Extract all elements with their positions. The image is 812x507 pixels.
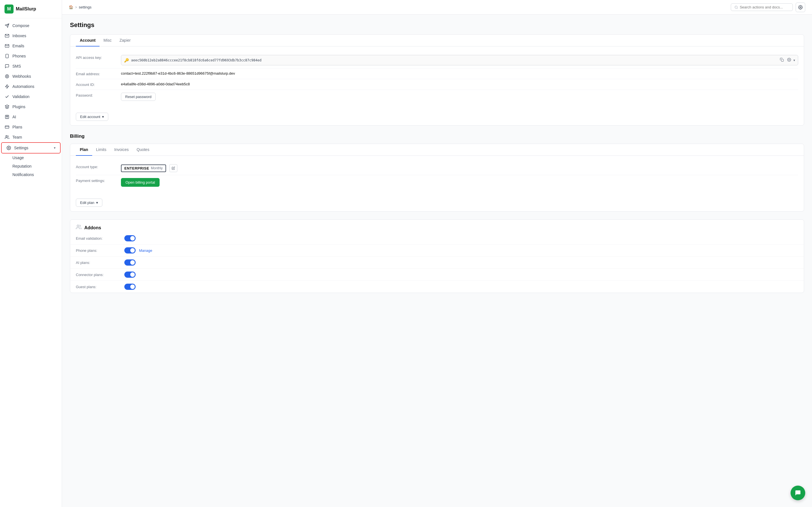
svg-rect-18 — [781, 59, 783, 61]
sidebar-item-webhooks-label: Webhooks — [12, 74, 31, 78]
tab-misc[interactable]: Misc — [100, 35, 116, 47]
sidebar-item-inboxes-label: Inboxes — [12, 34, 26, 38]
sidebar-nav: Compose Inboxes Emails Phones SMS — [0, 18, 62, 507]
sidebar-item-usage[interactable]: Usage — [12, 154, 62, 162]
sidebar-item-validation[interactable]: Validation — [0, 92, 62, 102]
pencil-icon — [172, 166, 175, 170]
addon-email-validation: Email validation: — [70, 232, 804, 244]
account-tabs: Account Misc Zapier — [70, 35, 804, 47]
svg-point-14 — [8, 147, 9, 149]
edit-plan-type-button[interactable] — [169, 164, 177, 172]
tab-invoices[interactable]: Invoices — [110, 144, 133, 156]
topbar-gear-button[interactable] — [796, 3, 805, 12]
search-bar[interactable] — [731, 3, 793, 11]
svg-point-6 — [5, 75, 9, 78]
sidebar-item-automations[interactable]: Automations — [0, 81, 62, 92]
chevron-down-icon: ▾ — [794, 58, 795, 62]
breadcrumb-current: settings — [79, 5, 92, 9]
ai-plans-toggle[interactable] — [124, 260, 136, 266]
sidebar-item-settings[interactable]: Settings ▾ — [1, 142, 61, 154]
sidebar-item-emails[interactable]: Emails — [0, 41, 62, 51]
tab-zapier[interactable]: Zapier — [116, 35, 135, 47]
sidebar-item-compose[interactable]: Compose — [0, 20, 62, 31]
phone-plans-toggle[interactable] — [124, 247, 136, 253]
addons-title: Addons — [84, 225, 101, 230]
search-icon — [734, 5, 738, 9]
automation-icon — [4, 84, 10, 89]
email-validation-toggle[interactable] — [124, 235, 136, 241]
settings-icon — [798, 5, 803, 10]
chat-icon — [795, 490, 801, 496]
email-icon — [4, 43, 10, 48]
payment-settings-label: Payment settings: — [76, 178, 121, 183]
svg-point-13 — [6, 135, 7, 137]
account-type-label: Account type: — [76, 164, 121, 169]
key-icon: 🔑 — [124, 58, 129, 62]
app-logo: M MailSlurp — [0, 0, 62, 18]
addon-ai-plans: AI plans: — [70, 257, 804, 269]
connector-plans-toggle[interactable] — [124, 272, 136, 278]
billing-tabs: Plan Limits Invoices Quotes — [70, 144, 804, 156]
api-key-value: aeec560b12eb2a8846cccee21f8cb818fdc6a6ce… — [131, 58, 776, 62]
search-input[interactable] — [740, 5, 789, 9]
sidebar-item-ai-label: AI — [12, 115, 16, 119]
sidebar-item-reputation[interactable]: Reputation — [12, 162, 62, 170]
password-label: Password: — [76, 93, 121, 98]
copy-api-key-button[interactable] — [779, 57, 785, 63]
api-key-wrapper: 🔑 aeec560b12eb2a8846cccee21f8cb818fdc6a6… — [121, 55, 798, 65]
reputation-label: Reputation — [12, 164, 32, 168]
account-type-value: ENTERPRISE Monthly — [121, 164, 798, 172]
guest-plans-toggle[interactable] — [124, 284, 136, 290]
chat-widget-button[interactable] — [791, 486, 805, 500]
email-label: Email address: — [76, 71, 121, 76]
payment-settings-value: Open billing portal — [121, 178, 798, 187]
edit-plan-button[interactable]: Edit plan ▾ — [76, 199, 102, 207]
open-billing-portal-button[interactable]: Open billing portal — [121, 178, 160, 187]
sidebar-item-inboxes[interactable]: Inboxes — [0, 31, 62, 41]
breadcrumb: 🏠 > settings — [69, 5, 91, 9]
sidebar-item-ai[interactable]: AI — [0, 112, 62, 122]
sidebar-item-plans-label: Plans — [12, 125, 22, 129]
tab-account[interactable]: Account — [76, 35, 100, 47]
phone-plans-manage-link[interactable]: Manage — [139, 248, 152, 252]
tab-quotes[interactable]: Quotes — [133, 144, 153, 156]
sidebar-item-phones[interactable]: Phones — [0, 51, 62, 61]
sidebar-item-plugins[interactable]: Plugins — [0, 102, 62, 112]
team-icon — [4, 135, 10, 140]
billing-card: Plan Limits Invoices Quotes Account type… — [70, 144, 804, 212]
billing-section-title: Billing — [70, 133, 804, 139]
billing-card-body: Account type: ENTERPRISE Monthly Payment… — [70, 156, 804, 195]
sidebar-item-emails-label: Emails — [12, 44, 24, 48]
svg-point-15 — [735, 6, 737, 8]
addon-guest-plans: Guest plans: — [70, 281, 804, 293]
gear-small-icon — [787, 58, 791, 62]
email-row: Email address: contact+test.222f9b87-e31… — [76, 68, 798, 79]
sidebar-item-sms[interactable]: SMS — [0, 61, 62, 71]
ai-plans-label: AI plans: — [76, 261, 121, 265]
sidebar-item-notifications[interactable]: Notifications — [12, 170, 62, 179]
sidebar-item-plans[interactable]: Plans — [0, 122, 62, 132]
edit-account-button[interactable]: Edit account ▾ — [76, 113, 108, 121]
sidebar-item-webhooks[interactable]: Webhooks — [0, 71, 62, 81]
app-name: MailSlurp — [16, 6, 36, 11]
reset-password-button[interactable]: Reset password — [121, 93, 156, 101]
email-validation-label: Email validation: — [76, 236, 121, 240]
api-key-label: API access key: — [76, 55, 121, 60]
phone-plans-label: Phone plans: — [76, 248, 121, 252]
addons-card: Addons Email validation: Phone plans: Ma… — [70, 219, 804, 293]
settings-subnav: Usage Reputation Notifications — [0, 154, 62, 179]
addons-header: Addons — [70, 220, 804, 232]
svg-point-17 — [800, 7, 801, 8]
tab-limits[interactable]: Limits — [92, 144, 110, 156]
api-key-settings-button[interactable] — [786, 57, 792, 63]
topbar: 🏠 > settings — [62, 0, 812, 15]
billing-card-actions: Edit plan ▾ — [70, 195, 804, 211]
breadcrumb-home[interactable]: 🏠 — [69, 5, 73, 9]
sidebar-item-team[interactable]: Team — [0, 132, 62, 142]
email-value: contact+test.222f9b87-e31d-4bc6-863e-886… — [121, 71, 798, 75]
account-card: Account Misc Zapier API access key: 🔑 ae… — [70, 34, 804, 126]
tab-plan[interactable]: Plan — [76, 144, 92, 156]
monthly-label: Monthly — [151, 166, 163, 170]
connector-plans-label: Connector plans: — [76, 273, 121, 277]
chevron-down-icon: ▾ — [54, 146, 56, 150]
